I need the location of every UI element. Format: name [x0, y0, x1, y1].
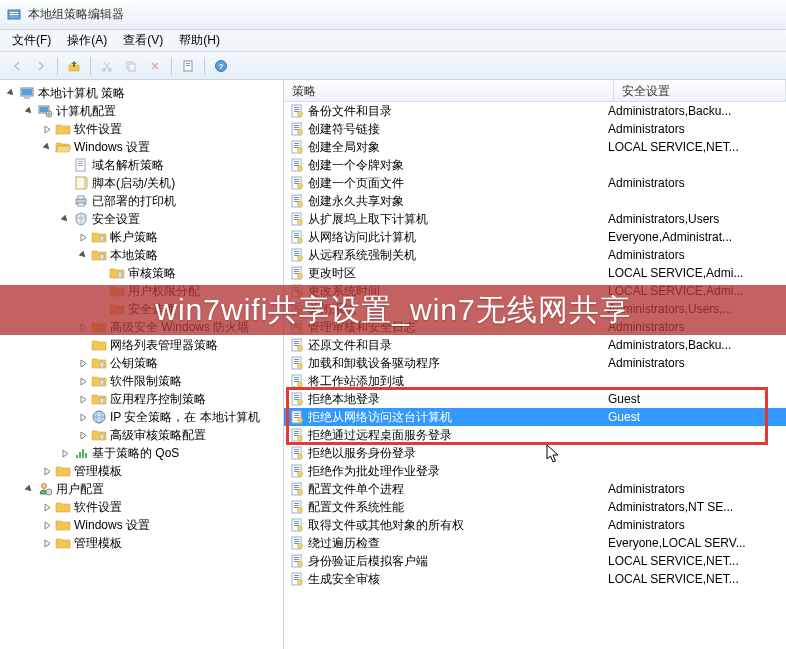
tree-node[interactable]: 帐户策略	[0, 228, 283, 246]
properties-button[interactable]	[177, 55, 199, 77]
list-body[interactable]: 备份文件和目录Administrators,Backu...创建符号链接Admi…	[284, 102, 786, 649]
tree-toggle-icon[interactable]	[76, 248, 90, 262]
menu-help[interactable]: 帮助(H)	[171, 30, 228, 51]
tree-toggle-icon[interactable]	[22, 482, 36, 496]
policy-row[interactable]: 加载和卸载设备驱动程序Administrators	[284, 354, 786, 372]
tree-node[interactable]: Windows 设置	[0, 138, 283, 156]
tree-node-label: 高级安全 Windows 防火墙	[110, 319, 249, 336]
column-security[interactable]: 安全设置	[614, 80, 786, 101]
policy-row[interactable]: 创建符号链接Administrators	[284, 120, 786, 138]
tree-node[interactable]: 安全设置	[0, 210, 283, 228]
policy-row[interactable]: 拒绝本地登录Guest	[284, 390, 786, 408]
menu-file[interactable]: 文件(F)	[4, 30, 59, 51]
tree-toggle-icon[interactable]	[40, 500, 54, 514]
policy-row[interactable]: 拒绝以服务身份登录	[284, 444, 786, 462]
svg-rect-37	[294, 109, 299, 110]
tree-toggle-icon[interactable]	[76, 356, 90, 370]
policy-row[interactable]: 创建一个页面文件Administrators	[284, 174, 786, 192]
tree-node[interactable]: 计算机配置	[0, 102, 283, 120]
tree-node[interactable]: 网络列表管理器策略	[0, 336, 283, 354]
tree-node[interactable]: 软件限制策略	[0, 372, 283, 390]
policy-row[interactable]: 从远程系统强制关机Administrators	[284, 246, 786, 264]
tree-toggle-icon[interactable]	[40, 536, 54, 550]
app-icon	[6, 7, 22, 23]
tree-node[interactable]: 高级安全 Windows 防火墙	[0, 318, 283, 336]
policy-name: 配置文件系统性能	[308, 499, 404, 516]
policy-row[interactable]: 配置文件单个进程Administrators	[284, 480, 786, 498]
svg-rect-92	[294, 307, 299, 308]
tree-toggle-icon[interactable]	[58, 446, 72, 460]
policy-row[interactable]: 取得文件或其他对象的所有权Administrators	[284, 516, 786, 534]
policy-name: 更改时区	[308, 265, 356, 282]
folder-s-icon	[91, 427, 107, 443]
policy-row[interactable]: 还原文件和目录Administrators,Backu...	[284, 336, 786, 354]
tree-node[interactable]: 已部署的打印机	[0, 192, 283, 210]
security-setting: Administrators	[602, 356, 786, 370]
tree-node[interactable]: 安全选项	[0, 300, 283, 318]
policy-row[interactable]: 生成安全审核LOCAL SERVICE,NET...	[284, 570, 786, 588]
tree-toggle-icon[interactable]	[4, 86, 18, 100]
tree-node[interactable]: 公钥策略	[0, 354, 283, 372]
menu-view[interactable]: 查看(V)	[115, 30, 171, 51]
tree-toggle-icon[interactable]	[76, 392, 90, 406]
tree-node[interactable]: 软件设置	[0, 120, 283, 138]
policy-row[interactable]: 从网络访问此计算机Everyone,Administrat...	[284, 228, 786, 246]
cut-button[interactable]	[96, 55, 118, 77]
tree-node[interactable]: 脚本(启动/关机)	[0, 174, 283, 192]
policy-row[interactable]: 绕过遍历检查Everyone,LOCAL SERV...	[284, 534, 786, 552]
tree-toggle-icon[interactable]	[40, 122, 54, 136]
tree-node[interactable]: 本地策略	[0, 246, 283, 264]
tree-node[interactable]: Windows 设置	[0, 516, 283, 534]
tree-panel[interactable]: 本地计算机 策略计算机配置软件设置Windows 设置域名解析策略脚本(启动/关…	[0, 80, 284, 649]
tree-node[interactable]: 域名解析策略	[0, 156, 283, 174]
tree-node[interactable]: 用户配置	[0, 480, 283, 498]
tree-toggle-icon[interactable]	[76, 410, 90, 424]
delete-button[interactable]	[144, 55, 166, 77]
nav-forward-button[interactable]	[30, 55, 52, 77]
policy-row[interactable]: 身份验证后模拟客户端LOCAL SERVICE,NET...	[284, 552, 786, 570]
policy-row[interactable]: 创建一个令牌对象	[284, 156, 786, 174]
policy-row[interactable]: 关闭系统Administrators,Users,...	[284, 300, 786, 318]
tree-toggle-icon[interactable]	[58, 212, 72, 226]
policy-row[interactable]: 配置文件系统性能Administrators,NT SE...	[284, 498, 786, 516]
tree-node[interactable]: 软件设置	[0, 498, 283, 516]
policy-row[interactable]: 拒绝从网络访问这台计算机Guest	[284, 408, 786, 426]
tree-node[interactable]: 审核策略	[0, 264, 283, 282]
tree-toggle-icon[interactable]	[22, 104, 36, 118]
svg-rect-43	[294, 129, 299, 130]
tree-node[interactable]: 管理模板	[0, 462, 283, 480]
tree-node[interactable]: IP 安全策略，在 本地计算机	[0, 408, 283, 426]
policy-row[interactable]: 从扩展坞上取下计算机Administrators,Users	[284, 210, 786, 228]
policy-row[interactable]: 拒绝通过远程桌面服务登录	[284, 426, 786, 444]
nav-back-button[interactable]	[6, 55, 28, 77]
up-button[interactable]	[63, 55, 85, 77]
policy-row[interactable]: 备份文件和目录Administrators,Backu...	[284, 102, 786, 120]
tree-node[interactable]: 管理模板	[0, 534, 283, 552]
tree-toggle-icon[interactable]	[76, 428, 90, 442]
tree-node[interactable]: 高级审核策略配置	[0, 426, 283, 444]
policy-row[interactable]: 更改时区LOCAL SERVICE,Admi...	[284, 264, 786, 282]
tree-node[interactable]: 应用程序控制策略	[0, 390, 283, 408]
copy-button[interactable]	[120, 55, 142, 77]
tree-toggle-icon[interactable]	[76, 374, 90, 388]
tree-node[interactable]: 基于策略的 QoS	[0, 444, 283, 462]
tree-node-label: IP 安全策略，在 本地计算机	[110, 409, 260, 426]
tree-toggle-icon[interactable]	[76, 320, 90, 334]
policy-row[interactable]: 创建全局对象LOCAL SERVICE,NET...	[284, 138, 786, 156]
column-policy[interactable]: 策略	[284, 80, 614, 101]
svg-point-144	[298, 490, 303, 495]
tree-toggle-icon[interactable]	[40, 140, 54, 154]
policy-row[interactable]: 更改系统时间LOCAL SERVICE,Admi...	[284, 282, 786, 300]
folder-s-icon	[91, 247, 107, 263]
tree-node[interactable]: 本地计算机 策略	[0, 84, 283, 102]
tree-node[interactable]: 用户权限分配	[0, 282, 283, 300]
policy-row[interactable]: 拒绝作为批处理作业登录	[284, 462, 786, 480]
policy-row[interactable]: 创建永久共享对象	[284, 192, 786, 210]
tree-toggle-icon[interactable]	[40, 464, 54, 478]
menu-action[interactable]: 操作(A)	[59, 30, 115, 51]
help-button[interactable]: ?	[210, 55, 232, 77]
policy-row[interactable]: 将工作站添加到域	[284, 372, 786, 390]
tree-toggle-icon[interactable]	[40, 518, 54, 532]
policy-row[interactable]: 管理审核和安全日志Administrators	[284, 318, 786, 336]
tree-toggle-icon[interactable]	[76, 230, 90, 244]
